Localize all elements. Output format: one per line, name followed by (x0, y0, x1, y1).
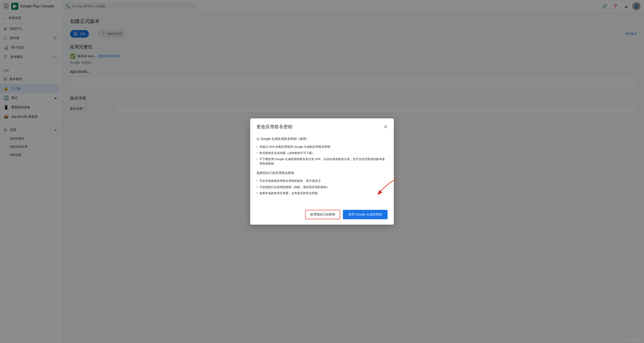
watermark: CSDN@zhh13 (626, 339, 642, 342)
google-bullet-1: 有超过 90% 的新应用使用 Google 生成的应用签名密钥 (256, 144, 388, 150)
google-bullet-2: 防范密钥丢失或泄露（这种密钥不可下载） (256, 150, 388, 156)
dialog-title: 更改应用签名密钥 (256, 124, 292, 130)
own-bullet-3: 如果本地副本发生泄露，会有更高的安全风险 (256, 190, 388, 196)
own-section-title: 选择您自己的应用签名密钥 (256, 171, 388, 175)
own-bullet-2: 可使用您已在使用的密钥（例如，预安装应用的密钥） (256, 184, 388, 190)
change-signing-dialog: 更改应用签名密钥 ✕ 让 Google 生成应用签名密钥（推荐） 有超过 90%… (250, 118, 394, 225)
own-bullet-1: 可在本地保留应用签名密钥的副本，更方便灵活 (256, 178, 388, 184)
dialog-header: 更改应用签名密钥 ✕ (250, 118, 394, 133)
google-bullet-3: 可下载使用 Google 生成的密钥签名的分发 APK，以供在其他渠道分发；也可… (256, 156, 388, 167)
dialog-body: 让 Google 生成应用签名密钥（推荐） 有超过 90% 的新应用使用 Goo… (250, 133, 394, 206)
modal-overlay: 更改应用签名密钥 ✕ 让 Google 生成应用签名密钥（推荐） 有超过 90%… (0, 0, 644, 343)
use-google-key-button[interactable]: 使用 Google 生成的密钥 (343, 210, 388, 219)
google-section-title: 让 Google 生成应用签名密钥（推荐） (256, 137, 388, 141)
google-bullets-list: 有超过 90% 的新应用使用 Google 生成的应用签名密钥 防范密钥丢失或泄… (256, 144, 388, 167)
own-bullets-list: 可在本地保留应用签名密钥的副本，更方便灵活 可使用您已在使用的密钥（例如，预安装… (256, 178, 388, 196)
dialog-footer: 使用我自己的密钥 使用 Google 生成的密钥 (250, 206, 394, 225)
dialog-close-button[interactable]: ✕ (384, 124, 388, 130)
use-own-key-button[interactable]: 使用我自己的密钥 (305, 210, 340, 219)
